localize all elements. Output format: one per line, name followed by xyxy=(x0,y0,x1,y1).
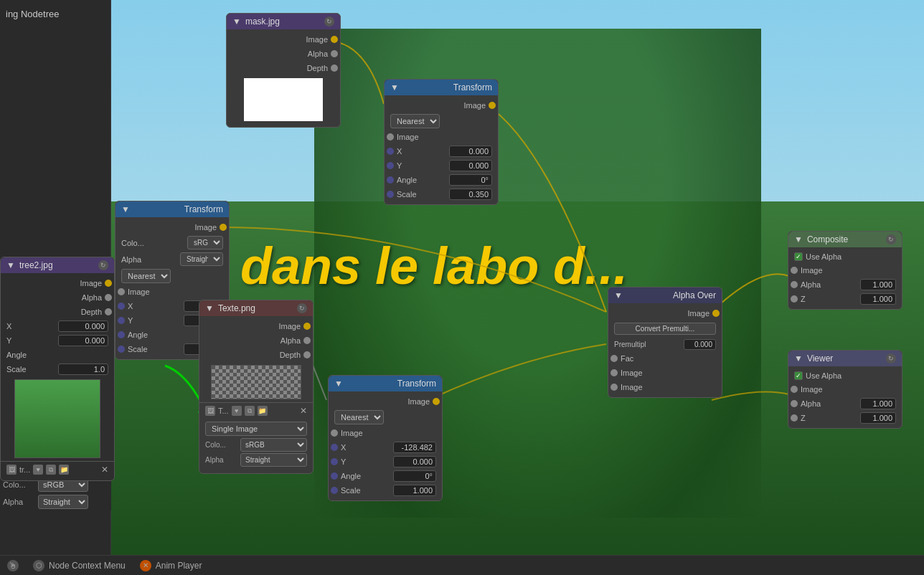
transform-top-filter-select[interactable]: Nearest xyxy=(390,114,440,128)
close-tree2[interactable]: ✕ xyxy=(101,465,108,475)
socket-ttop-x-in xyxy=(387,148,394,155)
socket-alphaover-image2-in xyxy=(610,384,618,391)
transform-mid-y-input[interactable] xyxy=(393,456,436,467)
status-node-context[interactable]: ⬡ Node Context Menu xyxy=(33,560,126,571)
tleft-alpha-select[interactable]: Straight xyxy=(180,252,223,266)
close-texte[interactable]: ✕ xyxy=(300,406,307,416)
node-composite-image-row: Image xyxy=(788,263,902,277)
node-composite-z-row: Z xyxy=(788,292,902,306)
node-transform-left-filter-row[interactable]: Nearest xyxy=(116,267,229,285)
node-composite-refresh[interactable]: ↻ xyxy=(886,234,896,244)
viewer-z-input[interactable] xyxy=(860,412,896,424)
tree2-scale-input[interactable] xyxy=(58,363,108,375)
node-transform-mid-angle-row: Angle xyxy=(329,469,442,483)
transform-top-x-input[interactable] xyxy=(449,146,492,157)
node-context-label: Node Context Menu xyxy=(49,561,126,571)
viewer-alpha-input[interactable] xyxy=(860,398,896,409)
node-alpha-over-image-out: Image xyxy=(608,306,722,320)
node-transform-top-body: Image Nearest Image X Y Angle xyxy=(385,95,498,204)
node-viewer-z-row: Z xyxy=(788,411,902,425)
node-mask-refresh[interactable]: ↻ xyxy=(324,16,334,27)
node-transform-mid-filter-row[interactable]: Nearest xyxy=(329,409,442,426)
texte-colorspace-select[interactable]: sRGB xyxy=(240,438,307,452)
socket-tmid-scale-in xyxy=(331,487,338,494)
socket-tleft-angle-in xyxy=(118,331,125,338)
node-transform-mid[interactable]: ▼ Transform Image Nearest Image X Y xyxy=(328,375,443,501)
node-tree2-title: tree2.jpg xyxy=(19,260,53,270)
node-mask-preview xyxy=(244,78,323,121)
node-transform-mid-y-row: Y xyxy=(329,455,442,469)
node-tree2-preview xyxy=(14,379,100,458)
node-tree2[interactable]: ▼ tree2.jpg ↻ Image Alpha Depth X Y Angl… xyxy=(0,257,115,481)
node-alpha-over[interactable]: ▼ Alpha Over Image Convert Premulti... P… xyxy=(608,287,722,398)
tree2-y-input[interactable] xyxy=(58,335,108,346)
texte-alpha-select[interactable]: Straight xyxy=(240,453,307,467)
socket-composite-image-in xyxy=(791,267,798,274)
node-viewer-title: Viewer xyxy=(807,353,833,363)
node-mask-depth-row: Depth xyxy=(227,61,340,75)
node-viewer-usealpha-row[interactable]: ✓ Use Alpha xyxy=(788,369,902,382)
node-tree2-depth-out: Depth xyxy=(1,305,114,319)
node-context-icon: ⬡ xyxy=(33,560,44,571)
node-texte[interactable]: ▼ Texte.png ↻ Image Alpha Depth 🖼 T... ♥… xyxy=(199,300,314,474)
texte-type-select[interactable]: Single Image xyxy=(205,422,307,436)
transform-mid-angle-input[interactable] xyxy=(393,470,436,482)
socket-mask-depth-out xyxy=(331,65,338,72)
node-alpha-over-body: Image Convert Premulti... Premultipl Fac… xyxy=(608,303,722,397)
transform-left-filter-select[interactable]: Nearest xyxy=(121,269,171,283)
node-viewer[interactable]: ▼ Viewer ↻ ✓ Use Alpha Image Alpha Z xyxy=(788,350,902,429)
composite-z-input[interactable] xyxy=(860,293,896,305)
node-viewer-header[interactable]: ▼ Viewer ↻ xyxy=(788,351,902,366)
node-transform-top-select-row[interactable]: Nearest xyxy=(385,113,498,130)
premultipl-input[interactable] xyxy=(684,339,716,350)
node-transform-mid-image-out: Image xyxy=(329,394,442,409)
transform-mid-x-input[interactable] xyxy=(393,442,436,453)
viewer-usealpha-checkbox[interactable]: ✓ xyxy=(794,371,803,380)
node-tree2-footer-text: tr... xyxy=(19,465,30,474)
node-viewer-refresh[interactable]: ↻ xyxy=(886,353,896,363)
node-transform-top-header[interactable]: ▼ Transform xyxy=(385,80,498,95)
node-composite-usealpha-row[interactable]: ✓ Use Alpha xyxy=(788,250,902,263)
node-alpha-over-header[interactable]: ▼ Alpha Over xyxy=(608,288,722,303)
sidebar-alpha-select[interactable]: Straight xyxy=(38,495,88,509)
composite-alpha-input[interactable] xyxy=(860,279,896,290)
node-composite[interactable]: ▼ Composite ↻ ✓ Use Alpha Image Alpha Z xyxy=(788,231,902,310)
convert-premulti-button[interactable]: Convert Premulti... xyxy=(614,323,716,335)
node-transform-top[interactable]: ▼ Transform Image Nearest Image X Y xyxy=(384,79,499,205)
transform-mid-scale-input[interactable] xyxy=(393,485,436,496)
node-tree2-y-row: Y xyxy=(1,333,114,348)
node-texte-refresh[interactable]: ↻ xyxy=(297,303,307,313)
tleft-colorspace-select[interactable]: sRGB xyxy=(187,236,223,250)
node-transform-mid-title: Transform xyxy=(397,379,436,389)
node-texte-footer-text: T... xyxy=(218,407,229,415)
transform-top-angle-input[interactable] xyxy=(449,174,492,186)
composite-usealpha-checkbox[interactable]: ✓ xyxy=(794,252,803,261)
transform-top-y-input[interactable] xyxy=(449,160,492,171)
node-mask-header[interactable]: ▼ mask.jpg ↻ xyxy=(227,14,340,29)
collapse-icon-ttop: ▼ xyxy=(390,82,399,92)
transform-mid-filter-select[interactable]: Nearest xyxy=(334,410,384,424)
node-transform-left-header[interactable]: ▼ Transform xyxy=(116,201,229,217)
status-anim-player[interactable]: ✕ Anim Player xyxy=(140,560,202,571)
node-composite-header[interactable]: ▼ Composite ↻ xyxy=(788,232,902,247)
socket-tree2-image-out xyxy=(105,280,112,287)
node-mask-title: mask.jpg xyxy=(245,16,280,27)
node-tree2-header[interactable]: ▼ tree2.jpg ↻ xyxy=(1,257,114,273)
heart-icon-tree2: ♥ xyxy=(33,465,43,475)
bg-overlay-text: dans le labo d... xyxy=(240,237,628,295)
node-transform-top-title: Transform xyxy=(453,82,492,92)
collapse-tmid: ▼ xyxy=(334,379,343,389)
node-mask[interactable]: ▼ mask.jpg ↻ Image Alpha Depth xyxy=(226,13,341,128)
node-transform-top-x-row: X xyxy=(385,144,498,158)
mouse-icon: 🖱 xyxy=(7,560,19,571)
node-transform-mid-scale-row: Scale xyxy=(329,483,442,498)
node-transform-mid-header[interactable]: ▼ Transform xyxy=(329,376,442,391)
tree2-x-input[interactable] xyxy=(58,320,108,332)
node-tree2-refresh[interactable]: ↻ xyxy=(98,260,108,270)
collapse-icon: ▼ xyxy=(232,16,241,27)
transform-top-scale-input[interactable] xyxy=(449,189,492,200)
node-texte-header[interactable]: ▼ Texte.png ↻ xyxy=(199,300,313,316)
node-viewer-alpha-row: Alpha xyxy=(788,396,902,411)
node-alpha-over-image1-row: Image xyxy=(608,366,722,380)
node-tree2-footer: 🖼 tr... ♥ ⧉ 📁 ✕ xyxy=(1,461,114,477)
